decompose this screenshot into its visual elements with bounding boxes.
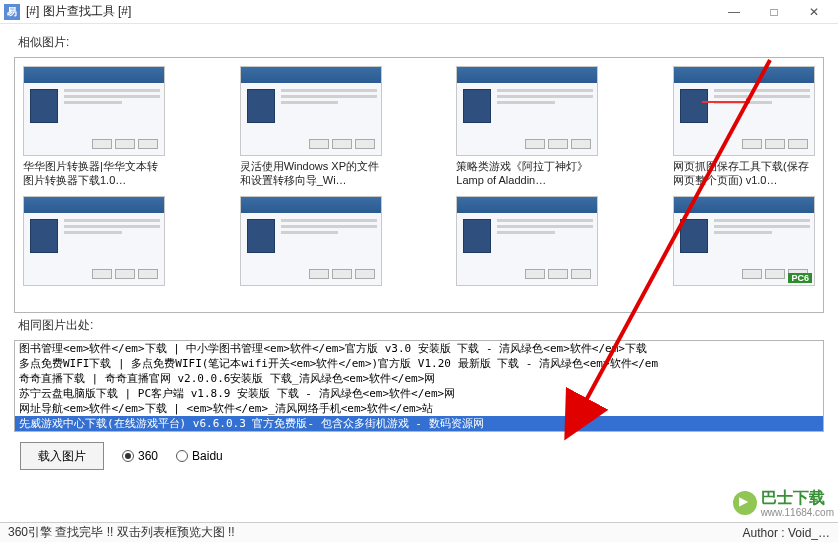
result-line[interactable]: 奇奇直播下载 | 奇奇直播官网 v2.0.0.6安装版 下载_清风绿色<em>软… [15, 371, 823, 386]
thumbnail-image [240, 196, 382, 286]
result-line[interactable]: 图书管理<em>软件</em>下载 | 中小学图书管理<em>软件</em>官方… [15, 341, 823, 356]
app-icon: 易 [4, 4, 20, 20]
thumbnail-image [673, 66, 815, 156]
thumbnail-caption: 灵活使用Windows XP的文件和设置转移向导_Wi… [240, 160, 382, 188]
thumbnail-caption: 网页抓图保存工具下载(保存网页整个页面) v1.0… [673, 160, 815, 188]
result-line[interactable]: 企管王计件工资管理<em>软件</em>下载 v8.5.7.96 官方版 [15, 431, 823, 432]
thumbnail-item[interactable] [240, 196, 382, 286]
thumbnail-item[interactable] [23, 196, 165, 286]
thumbnail-image: PC6 [673, 196, 815, 286]
thumbnail-image [456, 66, 598, 156]
sources-label: 相同图片出处: [18, 317, 824, 334]
watermark-text: 巴士下载 [761, 489, 825, 506]
thumbnail-caption: 华华图片转换器|华华文本转图片转换器下载1.0… [23, 160, 165, 188]
thumbnail-image [23, 196, 165, 286]
thumbnail-item[interactable]: 灵活使用Windows XP的文件和设置转移向导_Wi… [240, 66, 382, 188]
status-left: 360引擎 查找完毕 !! 双击列表框预览大图 !! [8, 524, 235, 541]
radio-baidu-label: Baidu [192, 449, 223, 463]
watermark: 巴士下载 www.11684.com [733, 488, 834, 518]
radio-360-label: 360 [138, 449, 158, 463]
watermark-subtext: www.11684.com [761, 507, 834, 518]
thumb-row: 华华图片转换器|华华文本转图片转换器下载1.0… 灵活使用Windows XP的… [23, 66, 815, 188]
thumbnail-image [456, 196, 598, 286]
thumbnail-item[interactable]: 策略类游戏《阿拉丁神灯》Lamp of Aladdin… [456, 66, 598, 188]
thumbnail-item[interactable]: 华华图片转换器|华华文本转图片转换器下载1.0… [23, 66, 165, 188]
thumbnail-image [240, 66, 382, 156]
window-controls: — □ ✕ [714, 0, 834, 24]
thumbnail-item[interactable]: PC6 [673, 196, 815, 286]
pc6-badge: PC6 [788, 273, 812, 283]
thumbnail-image [23, 66, 165, 156]
result-line-selected[interactable]: 先威游戏中心下载(在线游戏平台) v6.6.0.3 官方免费版- 包含众多街机游… [15, 416, 823, 431]
status-bar: 360引擎 查找完毕 !! 双击列表框预览大图 !! Author : Void… [0, 522, 838, 542]
result-line[interactable]: 网址导航<em>软件</em>下载 | <em>软件</em>_清风网络手机<e… [15, 401, 823, 416]
watermark-icon [733, 491, 757, 515]
similar-images-label: 相似图片: [18, 34, 824, 51]
close-button[interactable]: ✕ [794, 0, 834, 24]
thumbnail-item[interactable]: 网页抓图保存工具下载(保存网页整个页面) v1.0… [673, 66, 815, 188]
status-right: Author : Void_… [743, 526, 830, 540]
result-line[interactable]: 多点免费WIFI下载 | 多点免费WIFI(笔记本wifi开关<em>软件</e… [15, 356, 823, 371]
result-line[interactable]: 苏宁云盘电脑版下载 | PC客户端 v1.8.9 安装版 下载 - 清风绿色<e… [15, 386, 823, 401]
radio-360[interactable]: 360 [122, 449, 158, 463]
maximize-button[interactable]: □ [754, 0, 794, 24]
window-title: [#] 图片查找工具 [#] [26, 3, 714, 20]
minimize-button[interactable]: — [714, 0, 754, 24]
thumbnail-item[interactable] [456, 196, 598, 286]
results-list[interactable]: 图书管理<em>软件</em>下载 | 中小学图书管理<em>软件</em>官方… [14, 340, 824, 432]
radio-dot-icon [122, 450, 134, 462]
load-image-button[interactable]: 载入图片 [20, 442, 104, 470]
radio-dot-icon [176, 450, 188, 462]
bottom-controls: 载入图片 360 Baidu [14, 442, 824, 470]
similar-images-panel: 华华图片转换器|华华文本转图片转换器下载1.0… 灵活使用Windows XP的… [14, 57, 824, 313]
thumb-row: PC6 [23, 196, 815, 286]
title-bar: 易 [#] 图片查找工具 [#] — □ ✕ [0, 0, 838, 24]
radio-baidu[interactable]: Baidu [176, 449, 223, 463]
thumbnail-caption: 策略类游戏《阿拉丁神灯》Lamp of Aladdin… [456, 160, 598, 188]
main-content: 相似图片: 华华图片转换器|华华文本转图片转换器下载1.0… 灵活使用Windo… [0, 24, 838, 470]
